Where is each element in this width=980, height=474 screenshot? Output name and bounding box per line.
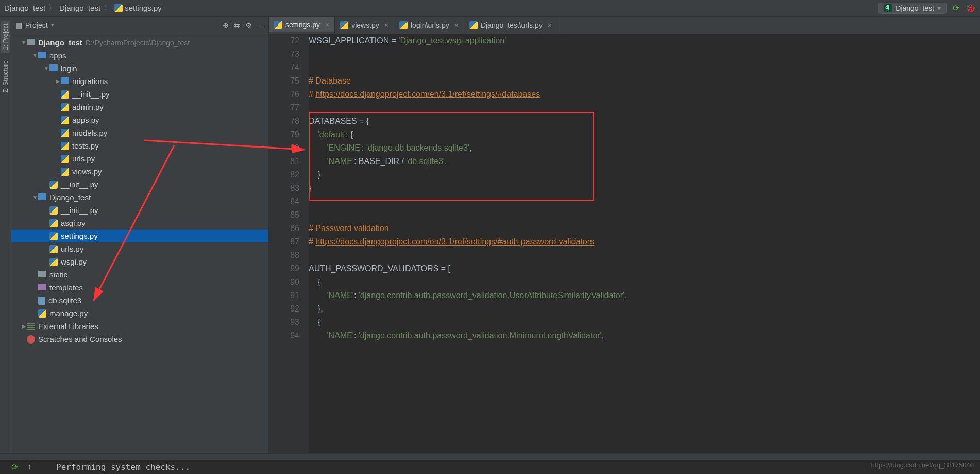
chevron-down-icon[interactable]: ▾ xyxy=(51,22,54,28)
chevron-down-icon: ▾ xyxy=(937,4,941,12)
editor-tab[interactable]: settings.py× xyxy=(269,17,335,34)
tree-folder-djangotest[interactable]: ▼Django_test xyxy=(11,191,268,204)
close-icon[interactable]: × xyxy=(454,21,459,29)
folder-icon xyxy=(38,193,46,200)
breadcrumb-item[interactable]: settings.py xyxy=(125,4,162,12)
tree-file[interactable]: manage.py xyxy=(11,307,268,320)
chevron-right-icon: 〉 xyxy=(104,3,111,13)
sidebar-title: Project xyxy=(25,21,48,29)
tree-folder-templates[interactable]: templates xyxy=(11,281,268,294)
code-line[interactable]: }, xyxy=(309,302,980,316)
code-line[interactable]: WSGI_APPLICATION = 'Django_test.wsgi.app… xyxy=(309,34,980,47)
collapse-icon[interactable]: ⇆ xyxy=(234,21,240,29)
python-file-icon xyxy=(340,21,348,29)
code-line[interactable]: # https://docs.djangoproject.com/en/3.1/… xyxy=(309,88,980,101)
code-line[interactable]: # https://docs.djangoproject.com/en/3.1/… xyxy=(309,235,980,249)
restart-button[interactable]: ⟳ xyxy=(953,3,959,13)
code-line[interactable] xyxy=(309,101,980,115)
code-content[interactable]: WSGI_APPLICATION = 'Django_test.wsgi.app… xyxy=(309,34,980,453)
code-line[interactable] xyxy=(309,47,980,61)
tree-file-settings[interactable]: settings.py xyxy=(11,230,268,242)
tab-label: settings.py xyxy=(285,21,320,29)
python-file-icon xyxy=(61,116,69,124)
code-line[interactable]: 'NAME': 'django.contrib.auth.password_va… xyxy=(309,329,980,342)
tree-file[interactable]: urls.py xyxy=(11,152,268,165)
project-tool-tab[interactable]: 1: Project xyxy=(1,21,10,53)
structure-tool-tab[interactable]: Z: Structure xyxy=(1,57,10,96)
editor-area: settings.py×views.py×login\urls.py×Djang… xyxy=(269,17,980,453)
database-icon xyxy=(38,297,45,305)
tree-folder-login[interactable]: ▼login xyxy=(11,62,268,75)
close-icon[interactable]: × xyxy=(325,21,329,29)
tree-file[interactable]: models.py xyxy=(11,126,268,139)
debug-button[interactable]: 🐞 xyxy=(966,3,976,13)
tree-file[interactable]: apps.py xyxy=(11,113,268,126)
folder-icon xyxy=(38,52,46,58)
folder-icon xyxy=(27,39,35,45)
tree-file[interactable]: views.py xyxy=(11,165,268,178)
breadcrumb-item[interactable]: Django_test xyxy=(59,4,100,12)
tree-external-libs[interactable]: ▶External Libraries xyxy=(11,320,268,333)
python-file-icon xyxy=(49,232,58,240)
tab-label: Django_test\urls.py xyxy=(481,21,543,29)
code-line[interactable]: # Password validation xyxy=(309,222,980,235)
tree-folder-migrations[interactable]: ▶migrations xyxy=(11,75,268,88)
tree-root[interactable]: ▼Django_testD:\PycharmProjects\Django_te… xyxy=(11,36,268,49)
project-tree[interactable]: ▼Django_testD:\PycharmProjects\Django_te… xyxy=(11,34,268,453)
breadcrumbs[interactable]: Django_test 〉 Django_test 〉 settings.py xyxy=(4,3,162,13)
tree-folder-apps[interactable]: ▼apps xyxy=(11,49,268,62)
tree-file[interactable]: admin.py xyxy=(11,101,268,113)
tree-file[interactable]: urls.py xyxy=(11,242,268,255)
code-line[interactable] xyxy=(309,208,980,222)
code-line[interactable]: # Database xyxy=(309,74,980,88)
python-file-icon xyxy=(61,103,69,111)
python-file-icon xyxy=(49,219,58,227)
python-file-icon xyxy=(61,90,69,99)
code-line[interactable]: 'ENGINE': 'django.db.backends.sqlite3', xyxy=(309,141,980,155)
close-icon[interactable]: × xyxy=(384,21,388,29)
up-arrow-icon[interactable]: ↑ xyxy=(27,462,31,471)
code-line[interactable] xyxy=(309,61,980,74)
tree-file[interactable]: wsgi.py xyxy=(11,255,268,268)
tree-file[interactable]: __init__.py xyxy=(11,88,268,101)
code-line[interactable]: 'NAME': 'django.contrib.auth.password_va… xyxy=(309,289,980,302)
gear-icon[interactable]: ⚙ xyxy=(245,21,252,29)
run-config-label: Django_test xyxy=(895,4,934,12)
code-line[interactable]: } xyxy=(309,182,980,195)
folder-icon xyxy=(61,77,69,84)
close-icon[interactable]: × xyxy=(548,21,552,29)
code-line[interactable]: 'NAME': BASE_DIR / 'db.sqlite3', xyxy=(309,155,980,168)
code-line[interactable]: 'default': { xyxy=(309,128,980,141)
code-line[interactable]: } xyxy=(309,168,980,182)
tree-file[interactable]: __init__.py xyxy=(11,204,268,217)
breadcrumb-item[interactable]: Django_test xyxy=(4,4,45,12)
restart-icon[interactable]: ⟳ xyxy=(11,462,18,472)
folder-icon xyxy=(49,64,58,71)
code-line[interactable]: AUTH_PASSWORD_VALIDATORS = [ xyxy=(309,262,980,275)
run-configuration-selector[interactable]: Django_test ▾ xyxy=(878,3,947,14)
python-file-icon xyxy=(49,206,58,215)
tree-scratches[interactable]: Scratches and Consoles xyxy=(11,333,268,346)
code-line[interactable] xyxy=(309,195,980,208)
python-file-icon xyxy=(61,168,69,176)
hide-icon[interactable]: — xyxy=(257,21,264,29)
tree-folder-static[interactable]: static xyxy=(11,268,268,281)
editor-tab[interactable]: login\urls.py× xyxy=(394,17,464,34)
tab-label: views.py xyxy=(351,21,379,29)
code-line[interactable]: DATABASES = { xyxy=(309,115,980,128)
tree-file[interactable]: tests.py xyxy=(11,139,268,152)
python-file-icon xyxy=(469,21,478,29)
editor-tab[interactable]: views.py× xyxy=(335,17,394,34)
tree-file-db[interactable]: db.sqlite3 xyxy=(11,294,268,307)
project-sidebar: ▤ Project ▾ ⊕ ⇆ ⚙ — ▼Django_testD:\Pycha… xyxy=(11,17,269,453)
code-line[interactable]: { xyxy=(309,275,980,289)
code-line[interactable]: { xyxy=(309,316,980,329)
tree-file[interactable]: __init__.py xyxy=(11,178,268,191)
folder-icon xyxy=(38,271,46,277)
code-line[interactable] xyxy=(309,249,980,262)
tree-file[interactable]: asgi.py xyxy=(11,217,268,230)
python-file-icon xyxy=(38,309,46,318)
locate-icon[interactable]: ⊕ xyxy=(223,21,229,29)
code-editor[interactable]: 7273747576777879808182838485868788899091… xyxy=(269,34,980,453)
editor-tab[interactable]: Django_test\urls.py× xyxy=(464,17,557,34)
